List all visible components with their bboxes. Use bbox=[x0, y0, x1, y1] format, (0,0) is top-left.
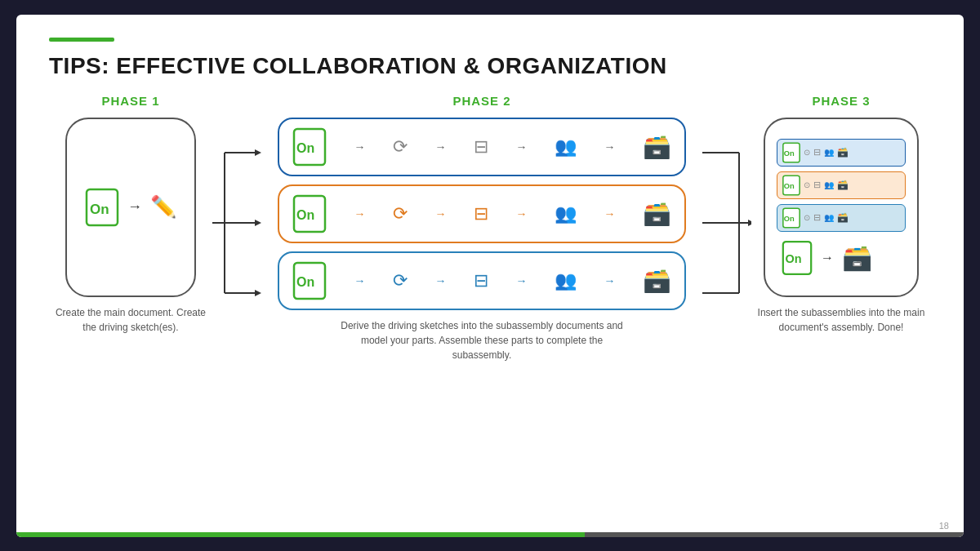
p3r1-icon5: 🗃️ bbox=[837, 147, 849, 158]
p3r2-icon5: 🗃️ bbox=[837, 180, 849, 190]
phase2-caption: Derive the driving sketches into the sub… bbox=[335, 318, 629, 362]
svg-marker-21 bbox=[748, 220, 751, 226]
left-connector-svg bbox=[212, 117, 261, 329]
p3r1-icon4: 👥 bbox=[824, 148, 834, 157]
wf-arrow-3b: → bbox=[435, 274, 447, 287]
on-icon-p3r1: On bbox=[782, 142, 800, 163]
wf-arrow-2a: → bbox=[354, 207, 366, 220]
on-icon-row1: On bbox=[292, 127, 327, 167]
page-number: 18 bbox=[939, 521, 949, 531]
svg-text:On: On bbox=[296, 275, 314, 289]
wf-arrow-1d: → bbox=[604, 140, 616, 153]
top-accent-bar bbox=[49, 38, 114, 42]
svg-text:On: On bbox=[784, 215, 795, 223]
wf-arrow-3d: → bbox=[604, 274, 616, 287]
wf-arrow-3c: → bbox=[516, 274, 528, 287]
on-icon-p3r3: On bbox=[782, 207, 800, 229]
p3r3-icon5: 🗃️ bbox=[837, 212, 849, 223]
content-area: PHASE 1 On → ✏️ Create the main document… bbox=[49, 94, 931, 521]
derive-icon-1: ⟳ bbox=[393, 136, 408, 158]
svg-marker-4 bbox=[255, 149, 261, 156]
final-cube: 🗃️ bbox=[842, 243, 872, 272]
p3r2-icon2: ⊙ bbox=[804, 180, 810, 189]
derive-icon-3: ⟳ bbox=[393, 270, 408, 291]
workflow-row-3: On → ⟳ → ⊟ → 👥 → 🗃️ bbox=[278, 251, 686, 310]
svg-marker-6 bbox=[255, 220, 261, 226]
cube-icon-1: 🗃️ bbox=[643, 133, 671, 160]
wf-arrow-1b: → bbox=[435, 140, 447, 153]
final-arrow: → bbox=[821, 251, 834, 265]
wf-arrow-2c: → bbox=[516, 207, 528, 220]
on-icon-row3: On bbox=[292, 261, 327, 300]
svg-text:On: On bbox=[296, 141, 314, 155]
phase3-row-3: On ⊙ ⊟ 👥 🗃️ bbox=[777, 204, 906, 232]
phase1-box: On → ✏️ bbox=[65, 118, 196, 297]
phase1-caption: Create the main document. Create the dri… bbox=[49, 305, 212, 335]
cube-icon-3: 🗃️ bbox=[643, 267, 671, 294]
on-icon-p3r2: On bbox=[782, 175, 800, 196]
wf-arrow-1c: → bbox=[516, 140, 528, 153]
on-icon-row2: On bbox=[292, 194, 327, 233]
slide-title: TIPS: EFFECTIVE COLLABORATION & ORGANIZA… bbox=[49, 53, 931, 79]
phase2-boxes: On → ⟳ → ⊟ → 👥 → 🗃️ On bbox=[261, 118, 702, 310]
p3r3-icon4: 👥 bbox=[824, 213, 834, 222]
svg-text:On: On bbox=[784, 149, 795, 158]
svg-text:On: On bbox=[296, 208, 314, 222]
phase2-label: PHASE 2 bbox=[452, 94, 510, 108]
phase2-column: PHASE 2 On → ⟳ → ⊟ → 👥 → 🗃️ bbox=[261, 94, 702, 362]
team-icon-3: 👥 bbox=[555, 270, 577, 291]
p3r2-icon4: 👥 bbox=[824, 180, 834, 189]
on-doc-icon-phase1: On bbox=[85, 188, 119, 227]
phase3-row-1: On ⊙ ⊟ 👥 🗃️ bbox=[777, 139, 906, 167]
p3r1-icon3: ⊟ bbox=[813, 147, 821, 158]
right-connector-svg bbox=[702, 117, 751, 329]
p3r2-icon3: ⊟ bbox=[813, 180, 821, 190]
phase3-caption: Insert the subassemblies into the main d… bbox=[751, 305, 931, 335]
phase3-label: PHASE 3 bbox=[812, 94, 870, 108]
right-connector bbox=[702, 117, 751, 329]
phase3-row-2: On ⊙ ⊟ 👥 🗃️ bbox=[777, 171, 906, 199]
svg-text:On: On bbox=[784, 182, 795, 190]
svg-text:On: On bbox=[90, 202, 109, 217]
wf-arrow-3a: → bbox=[354, 274, 366, 287]
pencil-icon: ✏️ bbox=[150, 194, 176, 220]
phase3-box: On ⊙ ⊟ 👥 🗃️ On ⊙ ⊟ 👥 🗃️ bbox=[764, 118, 919, 297]
bottom-accent-bar bbox=[16, 532, 964, 537]
wf-arrow-2b: → bbox=[435, 207, 447, 220]
wf-arrow-1a: → bbox=[354, 140, 366, 153]
wf-arrow-2d: → bbox=[604, 207, 616, 220]
svg-text:On: On bbox=[786, 252, 802, 265]
p3r1-icon2: ⊙ bbox=[804, 148, 810, 157]
column-icon-2: ⊟ bbox=[474, 203, 488, 224]
workflow-row-1: On → ⟳ → ⊟ → 👥 → 🗃️ bbox=[278, 118, 686, 176]
left-connector bbox=[212, 117, 261, 329]
phase1-label: PHASE 1 bbox=[101, 94, 159, 108]
team-icon-2: 👥 bbox=[555, 203, 577, 224]
column-icon-3: ⊟ bbox=[474, 270, 488, 291]
p3r3-icon3: ⊟ bbox=[813, 212, 821, 223]
derive-icon-2: ⟳ bbox=[393, 203, 408, 224]
workflow-row-2: On → ⟳ → ⊟ → 👥 → 🗃️ bbox=[278, 184, 686, 243]
phase1-arrow: → bbox=[127, 198, 142, 216]
column-icon-1: ⊟ bbox=[474, 136, 488, 158]
team-icon-1: 👥 bbox=[555, 136, 577, 158]
phase3-column: PHASE 3 On ⊙ ⊟ 👥 🗃️ On bbox=[751, 94, 931, 335]
p3r3-icon2: ⊙ bbox=[804, 213, 810, 222]
on-icon-final: On bbox=[782, 240, 813, 276]
svg-marker-8 bbox=[255, 290, 261, 296]
cube-icon-2: 🗃️ bbox=[643, 200, 671, 227]
phase3-final-row: On → 🗃️ bbox=[777, 240, 906, 276]
phase1-column: PHASE 1 On → ✏️ Create the main document… bbox=[49, 94, 212, 335]
slide: TIPS: EFFECTIVE COLLABORATION & ORGANIZA… bbox=[16, 15, 964, 537]
